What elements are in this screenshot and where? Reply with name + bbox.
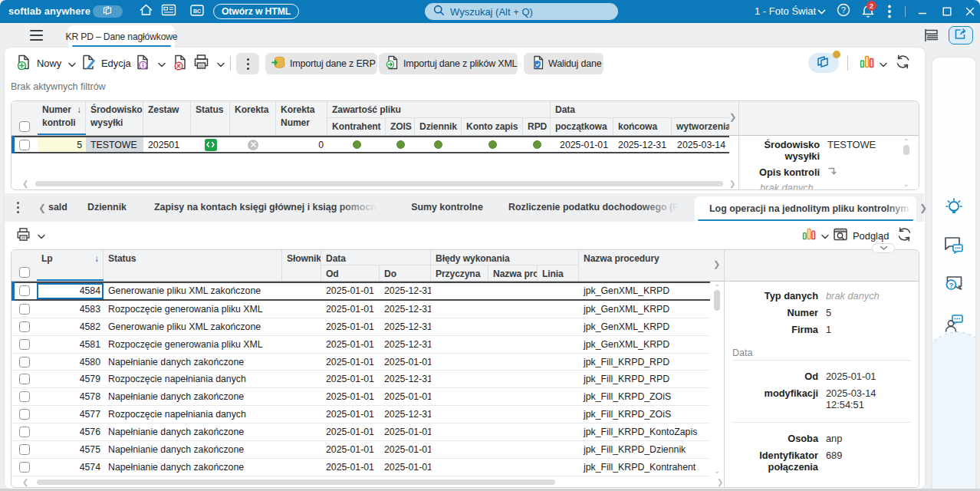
cell-koncowa[interactable]: 2025-12-31: [613, 137, 672, 152]
cell-linia[interactable]: [538, 441, 579, 458]
col-header-procedura[interactable]: Nazwa procedury: [579, 250, 710, 281]
cell-lp[interactable]: 4580: [37, 354, 104, 371]
section-tab[interactable]: Sumy kontrolne: [402, 193, 492, 222]
help-button[interactable]: ?: [836, 0, 851, 23]
cell-status[interactable]: Rozpoczęcie napełniania danych: [104, 371, 282, 387]
document-tab[interactable]: KR PD – Dane nagłówkowe: [68, 25, 175, 48]
expand-columns-icon[interactable]: ❯: [729, 112, 736, 122]
bc-button[interactable]: BC: [188, 3, 206, 20]
cell-slownik[interactable]: [282, 318, 321, 335]
cell-procedura[interactable]: jpk_Fill_KRPD_Kontrahent: [579, 459, 710, 476]
cell-slownik[interactable]: [282, 423, 321, 440]
collapse-panel-button[interactable]: [872, 243, 895, 253]
cell-srodowisko[interactable]: TESTOWE: [86, 137, 143, 152]
cell-linia[interactable]: [538, 318, 579, 335]
cell-przyczyna[interactable]: [431, 318, 488, 335]
workspace-switcher-button[interactable]: [93, 5, 123, 18]
cell-procedura[interactable]: jpk_GenXML_KRPD: [579, 318, 710, 335]
cell-nazwa-proc[interactable]: [488, 459, 538, 476]
cell-przyczyna[interactable]: [431, 441, 488, 458]
cell-procedura[interactable]: jpk_Fill_KRPD_KontoZapis: [579, 423, 710, 440]
col-header-konto-zapis[interactable]: Konto zapis: [462, 118, 523, 135]
table-row[interactable]: 4584 Generowanie pliku XML zakończone 20…: [12, 282, 710, 301]
cell-linia[interactable]: [538, 406, 579, 423]
col-header-poczatkowa[interactable]: początkowa: [551, 118, 613, 135]
panel-layout-button[interactable]: [923, 28, 940, 45]
import-erp-button[interactable]: Importuj dane z ERP: [265, 53, 377, 74]
col-header-rpd[interactable]: RPD: [523, 118, 551, 135]
cell-od[interactable]: 2025-01-01: [321, 354, 380, 371]
cell-od[interactable]: 2025-01-01: [321, 371, 380, 387]
table-row[interactable]: 4581 Rozpoczęcie generowania pliku XML 2…: [12, 336, 710, 354]
cell-nazwa-proc[interactable]: [488, 283, 538, 299]
cell-procedura[interactable]: jpk_Fill_KRPD_RPD: [579, 371, 710, 387]
cell-lp[interactable]: 4577: [37, 406, 104, 423]
chart-view-button[interactable]: [860, 48, 887, 79]
minimize-button[interactable]: [914, 0, 931, 23]
cell-slownik[interactable]: [282, 459, 321, 476]
scroll-down-icon[interactable]: ⌄: [714, 467, 720, 475]
cell-numer-kontroli[interactable]: 5: [38, 137, 86, 152]
cell-linia[interactable]: [538, 388, 579, 405]
cell-linia[interactable]: [538, 301, 579, 318]
cell-linia[interactable]: [538, 336, 579, 353]
col-header-do[interactable]: Do: [380, 265, 431, 281]
cell-nazwa-proc[interactable]: [488, 388, 538, 405]
cell-lp[interactable]: 4579: [37, 371, 104, 387]
col-header-korekta[interactable]: Korekta: [230, 101, 276, 135]
cell-linia[interactable]: [538, 423, 579, 440]
cell-status[interactable]: Rozpoczęcie napełniania danych: [104, 406, 282, 423]
expand-columns-icon[interactable]: ❯: [713, 259, 720, 269]
help-center-button[interactable]: ?: [944, 275, 965, 298]
cell-do[interactable]: 2025-12-31: [380, 406, 431, 423]
row-checkbox[interactable]: [19, 409, 30, 420]
cell-procedura[interactable]: jpk_Fill_KRPD_RPD: [579, 354, 710, 371]
cell-nazwa-proc[interactable]: [488, 336, 538, 353]
delete-document-button[interactable]: [173, 48, 188, 79]
company-selector[interactable]: 1 - Foto Świat: [755, 0, 816, 23]
cell-korekta[interactable]: [230, 137, 276, 152]
row-checkbox-cell[interactable]: [12, 371, 37, 387]
grid2-select-all-cell[interactable]: [12, 250, 37, 281]
scroll-left-icon[interactable]: ❮: [22, 180, 28, 188]
row-checkbox-cell[interactable]: [12, 388, 37, 405]
cell-od[interactable]: 2025-01-01: [321, 301, 380, 318]
cell-status[interactable]: Generowanie pliku XML zakończone: [104, 318, 282, 335]
document-info-button[interactable]: [135, 48, 166, 79]
row-checkbox[interactable]: [19, 285, 30, 296]
cell-przyczyna[interactable]: [431, 336, 488, 353]
home-button[interactable]: [136, 3, 155, 20]
cell-poczatkowa[interactable]: 2025-01-01: [551, 137, 613, 152]
section-tab[interactable]: Dziennik: [79, 193, 135, 222]
cell-linia[interactable]: [538, 459, 579, 476]
cell-status[interactable]: Napełnianie danych zakończone: [104, 441, 282, 458]
cell-lp[interactable]: 4582: [37, 318, 104, 335]
cell-slownik[interactable]: [282, 441, 321, 458]
refresh-button[interactable]: [895, 48, 911, 79]
table-row[interactable]: 4580 Napełnianie danych zakończone 2025-…: [12, 354, 710, 371]
row-checkbox-cell[interactable]: [12, 354, 37, 371]
grid1-horizontal-scrollbar[interactable]: ❮ ❯: [13, 178, 737, 189]
table-row[interactable]: 4579 Rozpoczęcie napełniania danych 2025…: [12, 371, 710, 388]
row-checkbox[interactable]: [19, 321, 30, 332]
community-chat-button[interactable]: [943, 313, 965, 338]
grid1-select-all-cell[interactable]: [12, 101, 38, 135]
row-checkbox-cell[interactable]: [12, 283, 37, 299]
grid2-horizontal-scrollbar[interactable]: ❮ ❯: [13, 476, 722, 488]
print-button[interactable]: [16, 222, 45, 249]
cell-linia[interactable]: [538, 354, 579, 371]
row-checkbox[interactable]: [19, 140, 30, 150]
col-header-dziennik[interactable]: Dziennik: [415, 118, 462, 135]
cell-przyczyna[interactable]: [431, 388, 488, 405]
cell-do[interactable]: 2025-12-31: [380, 318, 431, 335]
cell-nazwa-proc[interactable]: [488, 301, 538, 318]
more-options-button[interactable]: [883, 0, 896, 23]
cell-od[interactable]: 2025-01-01: [321, 459, 380, 476]
table-row[interactable]: 4576 Napełnianie danych zakończone 2025-…: [12, 423, 710, 441]
cell-przyczyna[interactable]: [431, 283, 488, 299]
cell-do[interactable]: 2025-01-01: [380, 441, 431, 458]
row-checkbox[interactable]: [19, 462, 30, 473]
col-header-zois[interactable]: ZOIS: [386, 118, 415, 135]
cell-od[interactable]: 2025-01-01: [321, 423, 380, 440]
col-header-wytworzenia[interactable]: wytworzenia: [672, 118, 729, 135]
